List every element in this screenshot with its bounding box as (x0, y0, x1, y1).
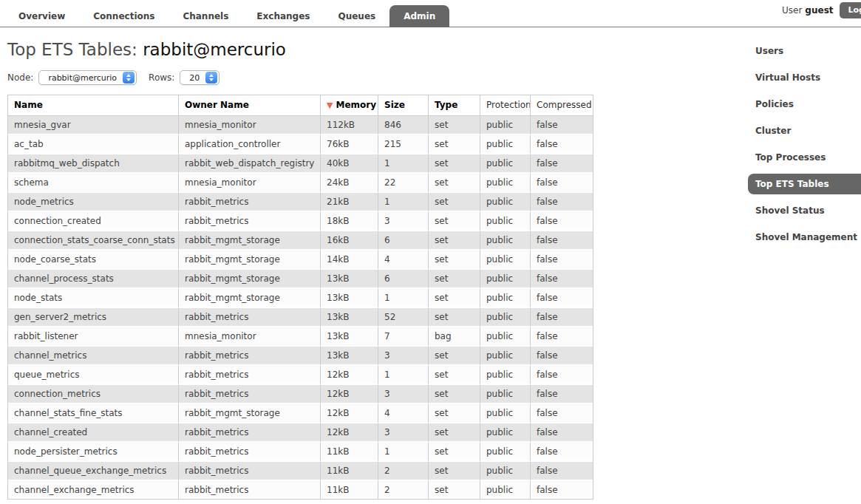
cell-type: set (428, 462, 480, 481)
table-row: channel_process_statsrabbit_mgmt_storage… (8, 270, 593, 289)
table-row: node_coarse_statsrabbit_mgmt_storage14kB… (8, 251, 593, 270)
cell-compressed: false (530, 174, 593, 193)
cell-owner-name: mnesia_monitor (178, 327, 320, 347)
cell-compressed: false (530, 404, 593, 423)
cell-protection: public (480, 423, 530, 443)
cell-type: set (428, 443, 480, 462)
node-label: Node: (7, 72, 33, 83)
table-row: schemamnesia_monitor24kB22setpublicfalse (8, 174, 593, 193)
sidebar-item-cluster[interactable]: Cluster (748, 120, 861, 141)
cell-protection: public (480, 404, 530, 423)
node-select[interactable]: rabbit@mercurio (38, 70, 137, 85)
tab-overview[interactable]: Overview (4, 5, 79, 27)
cell-size: 6 (378, 270, 428, 289)
table-row: connection_metricsrabbit_metrics12kB3set… (8, 385, 593, 404)
table-row: node_metricsrabbit_metrics21kB1setpublic… (8, 193, 593, 212)
cell-name: channel_queue_exchange_metrics (8, 462, 178, 481)
cell-owner-name: rabbit_metrics (178, 193, 320, 212)
cell-compressed: false (530, 193, 593, 212)
cell-type: set (428, 251, 480, 270)
column-header-memory[interactable]: ▼Memory (320, 95, 378, 116)
cell-type: set (428, 193, 480, 212)
cell-memory: 16kB (320, 231, 378, 251)
cell-name: schema (8, 174, 178, 193)
cell-protection: public (480, 270, 530, 289)
cell-compressed: false (530, 462, 593, 481)
cell-owner-name: rabbit_mgmt_storage (178, 251, 320, 270)
cell-compressed: false (530, 347, 593, 366)
nav-tabs: OverviewConnectionsChannelsExchangesQueu… (4, 5, 861, 27)
column-header-compressed: Compressed (530, 95, 593, 116)
cell-type: set (428, 231, 480, 251)
cell-protection: public (480, 385, 530, 404)
column-label: Type (435, 100, 457, 110)
table-row: rabbit_listenermnesia_monitor13kB7bagpub… (8, 327, 593, 347)
cell-type: set (428, 289, 480, 308)
cell-name: gen_server2_metrics (8, 308, 178, 327)
cell-owner-name: mnesia_monitor (178, 174, 320, 193)
cell-type: set (428, 308, 480, 327)
cell-name: connection_stats_coarse_conn_stats (8, 231, 178, 251)
column-header-size[interactable]: Size (378, 95, 428, 116)
cell-size: 1 (378, 289, 428, 308)
cell-name: node_metrics (8, 193, 178, 212)
sidebar-item-virtual-hosts[interactable]: Virtual Hosts (748, 67, 861, 88)
sidebar-item-top-ets-tables[interactable]: Top ETS Tables (748, 174, 861, 194)
cell-size: 1 (378, 154, 428, 174)
cell-memory: 12kB (320, 366, 378, 385)
cell-compressed: false (530, 135, 593, 154)
sidebar-item-policies[interactable]: Policies (748, 94, 861, 115)
cell-type: bag (428, 327, 480, 347)
logout-button[interactable]: Log out (840, 2, 861, 18)
cell-protection: public (480, 154, 530, 174)
tab-queues[interactable]: Queues (324, 5, 389, 27)
select-stepper-icon (205, 72, 217, 84)
cell-name: node_persister_metrics (8, 443, 178, 462)
cell-memory: 40kB (320, 154, 378, 174)
sidebar-item-shovel-status[interactable]: Shovel Status (748, 200, 861, 221)
table-row: ac_tabapplication_controller76kB215setpu… (8, 135, 593, 154)
cell-type: set (428, 174, 480, 193)
cell-type: set (428, 270, 480, 289)
tab-exchanges[interactable]: Exchanges (242, 5, 324, 27)
tab-admin[interactable]: Admin (389, 5, 449, 27)
column-header-owner-name[interactable]: Owner Name (178, 95, 320, 116)
cell-size: 1 (378, 366, 428, 385)
cell-protection: public (480, 462, 530, 481)
cell-memory: 13kB (320, 308, 378, 327)
table-row: channel_queue_exchange_metricsrabbit_met… (8, 462, 593, 481)
node-select-value: rabbit@mercurio (41, 73, 123, 83)
cell-memory: 13kB (320, 347, 378, 366)
tab-channels[interactable]: Channels (169, 5, 242, 27)
cell-compressed: false (530, 423, 593, 443)
cell-owner-name: rabbit_metrics (178, 308, 320, 327)
cell-size: 2 (378, 462, 428, 481)
cell-compressed: false (530, 481, 593, 499)
sidebar-item-shovel-management[interactable]: Shovel Management (748, 227, 861, 248)
cell-type: set (428, 366, 480, 385)
rows-select[interactable]: 20 (180, 70, 219, 85)
cell-name: ac_tab (8, 135, 178, 154)
cell-name: channel_metrics (8, 347, 178, 366)
table-header-row: NameOwner Name▼MemorySizeTypeProtectionC… (8, 95, 593, 116)
sidebar-item-top-processes[interactable]: Top Processes (748, 147, 861, 168)
table-row: queue_metricsrabbit_metrics12kB1setpubli… (8, 366, 593, 385)
column-header-type[interactable]: Type (428, 95, 480, 116)
cell-memory: 12kB (320, 423, 378, 443)
cell-protection: public (480, 308, 530, 327)
cell-compressed: false (530, 443, 593, 462)
sidebar-item-users[interactable]: Users (748, 41, 861, 61)
table-row: channel_metricsrabbit_metrics13kB3setpub… (8, 347, 593, 366)
cell-name: connection_metrics (8, 385, 178, 404)
cell-compressed: false (530, 327, 593, 347)
cell-owner-name: rabbit_metrics (178, 462, 320, 481)
tab-connections[interactable]: Connections (79, 5, 169, 27)
cell-size: 1 (378, 443, 428, 462)
cell-compressed: false (530, 116, 593, 135)
cell-type: set (428, 385, 480, 404)
cell-protection: public (480, 251, 530, 270)
column-header-name[interactable]: Name (8, 95, 178, 116)
cell-owner-name: rabbit_mgmt_storage (178, 289, 320, 308)
cell-owner-name: mnesia_monitor (178, 116, 320, 135)
cell-memory: 11kB (320, 443, 378, 462)
